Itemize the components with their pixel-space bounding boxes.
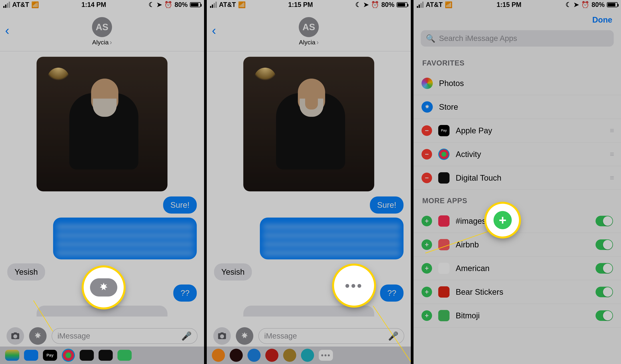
callout-apps-button	[84, 267, 124, 307]
enable-toggle[interactable]	[596, 263, 613, 274]
reorder-handle-icon[interactable]: ≡	[610, 126, 613, 135]
add-button[interactable]: +	[422, 310, 432, 321]
outgoing-bubble[interactable]: Sure!	[370, 196, 403, 214]
search-placeholder: Search iMessage Apps	[439, 34, 517, 43]
outgoing-bubble[interactable]: ??	[173, 284, 197, 302]
camera-button[interactable]	[213, 327, 231, 345]
wifi-icon: 📶	[31, 1, 39, 8]
app-store-icon	[98, 282, 109, 293]
messages-screen-2: AT&T 📶 1:15 PM ☾ ➤ ⏰ 80% ‹ AS Alycia ›	[207, 0, 411, 364]
more-app-row[interactable]: +Bear Stickers	[414, 280, 621, 304]
apps-key-button[interactable]	[236, 327, 253, 345]
activity-icon	[438, 149, 449, 160]
more-app-row[interactable]: +American	[414, 257, 621, 280]
app-drawer[interactable]: Pay	[0, 347, 204, 364]
activity-icon[interactable]	[62, 349, 75, 362]
outgoing-bubble[interactable]: Sure!	[163, 196, 197, 214]
remove-button[interactable]: −	[422, 173, 432, 183]
favorite-row-activity[interactable]: − Activity ≡	[414, 142, 621, 166]
callout-add-button: +	[486, 204, 519, 237]
apps-key-button[interactable]	[29, 327, 47, 345]
outgoing-bubble[interactable]: ??	[380, 284, 403, 302]
clock-label: 1:15 PM	[288, 1, 313, 9]
wifi-icon: 📶	[238, 1, 246, 8]
location-icon: ➤	[573, 1, 579, 9]
redacted-outgoing-bubble[interactable]	[53, 218, 197, 260]
favorite-row-photos[interactable]: Photos	[414, 71, 621, 95]
remove-button[interactable]: −	[422, 149, 432, 159]
battery-icon	[607, 2, 618, 7]
app-blue[interactable]	[247, 349, 260, 362]
battery-icon	[190, 2, 201, 7]
more-app-row[interactable]: +Bitmoji	[414, 304, 621, 328]
app-darkred[interactable]	[230, 349, 243, 362]
add-button[interactable]: +	[422, 216, 432, 226]
signal-icon	[417, 2, 424, 8]
store-app-icon[interactable]	[24, 350, 38, 361]
camera-button[interactable]	[7, 327, 24, 345]
chevron-right-icon: ›	[110, 38, 112, 46]
plus-icon: +	[494, 211, 512, 229]
search-icon: 🔍	[426, 34, 435, 43]
add-button[interactable]: +	[422, 239, 432, 250]
add-button[interactable]: +	[422, 287, 432, 297]
app-gold[interactable]	[283, 349, 296, 362]
favorite-row-applepay[interactable]: − Pay Apple Pay ≡	[414, 119, 621, 142]
search-input[interactable]: 🔍 Search iMessage Apps	[421, 30, 614, 47]
signal-icon	[3, 2, 10, 8]
add-button[interactable]: +	[422, 263, 432, 274]
reorder-handle-icon[interactable]: ≡	[610, 174, 613, 182]
section-header-favorites: FAVORITES	[414, 52, 621, 71]
battery-pct: 80%	[381, 1, 395, 9]
status-bar: AT&T 📶 1:15 PM ☾ ➤ ⏰ 80%	[414, 0, 621, 9]
apple-pay-icon: Pay	[438, 125, 449, 136]
remove-button[interactable]: −	[422, 125, 432, 136]
app-icon-7[interactable]	[118, 350, 132, 361]
contact-avatar[interactable]: AS	[92, 17, 112, 37]
app-label: Bitmoji	[456, 311, 589, 320]
message-input[interactable]: iMessage 🎤	[52, 328, 197, 344]
message-input[interactable]: iMessage 🎤	[259, 328, 404, 344]
input-placeholder: iMessage	[57, 332, 90, 340]
status-bar: AT&T 📶 1:15 PM ☾ ➤ ⏰ 80%	[207, 0, 411, 9]
apple-pay-icon[interactable]: Pay	[43, 350, 57, 361]
contact-name-button[interactable]: Alycia ›	[299, 38, 319, 46]
input-placeholder: iMessage	[264, 332, 297, 340]
app-teal[interactable]	[301, 349, 314, 362]
moon-icon: ☾	[355, 1, 361, 9]
digital-touch-icon[interactable]	[80, 350, 94, 361]
enable-toggle[interactable]	[596, 239, 613, 250]
favorite-row-digitaltouch[interactable]: − Digital Touch ≡	[414, 166, 621, 190]
moon-icon: ☾	[149, 1, 154, 9]
back-button[interactable]: ‹	[212, 23, 216, 38]
gif-message[interactable]	[243, 57, 374, 191]
photos-app-icon[interactable]	[5, 350, 19, 361]
callout-more-button: •••	[334, 266, 374, 306]
incoming-bubble[interactable]: Yesish	[214, 263, 252, 280]
app-icon	[438, 215, 449, 227]
more-button[interactable]: •••	[319, 350, 333, 361]
enable-toggle[interactable]	[596, 310, 613, 321]
reorder-handle-icon[interactable]: ≡	[610, 150, 613, 158]
incoming-bubble[interactable]: Yesish	[7, 263, 45, 280]
favorite-row-store[interactable]: Store	[414, 95, 621, 119]
app-label: Airbnb	[456, 240, 589, 249]
app-orange[interactable]	[212, 349, 225, 362]
app-icon	[438, 286, 449, 298]
contact-avatar[interactable]: AS	[299, 17, 319, 37]
back-button[interactable]: ‹	[5, 23, 9, 38]
app-red[interactable]	[265, 349, 278, 362]
microphone-icon[interactable]: 🎤	[181, 331, 192, 341]
app-icon-6[interactable]	[99, 350, 113, 361]
done-button[interactable]: Done	[592, 15, 612, 24]
contact-name-button[interactable]: Alycia ›	[92, 38, 112, 46]
conversation-header: ‹ AS Alycia ›	[207, 9, 411, 51]
gif-message[interactable]	[36, 57, 168, 191]
enable-toggle[interactable]	[596, 287, 613, 297]
app-drawer[interactable]: •••	[207, 347, 411, 364]
more-app-row[interactable]: +Airbnb	[414, 233, 621, 257]
status-bar: AT&T 📶 1:14 PM ☾ ➤ ⏰ 80%	[0, 0, 204, 9]
enable-toggle[interactable]	[596, 216, 613, 226]
ellipsis-icon: •••	[345, 278, 363, 293]
redacted-outgoing-bubble[interactable]	[260, 218, 403, 260]
